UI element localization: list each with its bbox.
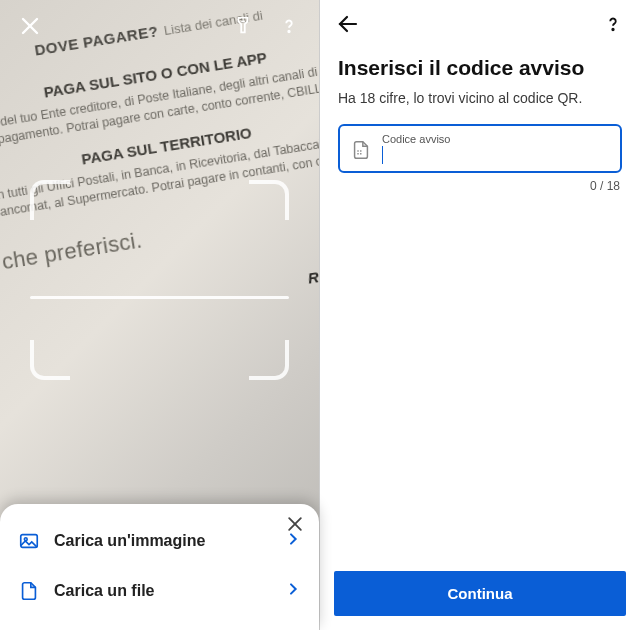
- scan-corner-icon: [30, 340, 70, 380]
- flashlight-icon[interactable]: [227, 10, 259, 42]
- char-counter: 0 / 18: [338, 179, 622, 193]
- scan-corner-icon: [249, 180, 289, 220]
- continue-button-label: Continua: [448, 585, 513, 602]
- sheet-close-icon[interactable]: [285, 514, 305, 538]
- page-subtitle: Ha 18 cifre, lo trovi vicino al codice Q…: [338, 90, 622, 106]
- scan-corner-icon: [30, 180, 70, 220]
- chevron-right-icon: [285, 581, 301, 602]
- svg-point-3: [288, 31, 289, 32]
- upload-file-row[interactable]: Carica un file: [18, 566, 301, 616]
- manual-code-screen: Inserisci il codice avviso Ha 18 cifre, …: [320, 0, 640, 630]
- close-icon[interactable]: [14, 10, 46, 42]
- svg-point-7: [24, 538, 27, 541]
- upload-image-row[interactable]: Carica un'immagine: [18, 516, 301, 566]
- back-icon[interactable]: [336, 12, 360, 40]
- page-title: Inserisci il codice avviso: [338, 56, 622, 80]
- upload-file-label: Carica un file: [54, 582, 271, 600]
- svg-point-9: [612, 29, 613, 30]
- help-icon[interactable]: [602, 13, 624, 39]
- right-content: Inserisci il codice avviso Ha 18 cifre, …: [320, 52, 640, 571]
- notice-code-input[interactable]: [383, 145, 610, 165]
- scan-corner-icon: [249, 340, 289, 380]
- help-icon[interactable]: [273, 10, 305, 42]
- field-label: Codice avviso: [382, 134, 610, 145]
- right-header: [320, 0, 640, 52]
- upload-image-label: Carica un'immagine: [54, 532, 271, 550]
- camera-scan-screen: DOVE PAGARE?Lista dei canali di PAGA SUL…: [0, 0, 320, 630]
- upload-bottom-sheet: Carica un'immagine Carica un file: [0, 504, 319, 630]
- scan-line: [30, 296, 289, 299]
- continue-button[interactable]: Continua: [334, 571, 626, 616]
- file-icon: [18, 580, 40, 602]
- image-icon: [18, 530, 40, 552]
- scan-frame: [30, 180, 289, 380]
- document-icon: [350, 139, 372, 161]
- notice-code-field[interactable]: Codice avviso: [338, 124, 622, 173]
- camera-header: [0, 0, 319, 52]
